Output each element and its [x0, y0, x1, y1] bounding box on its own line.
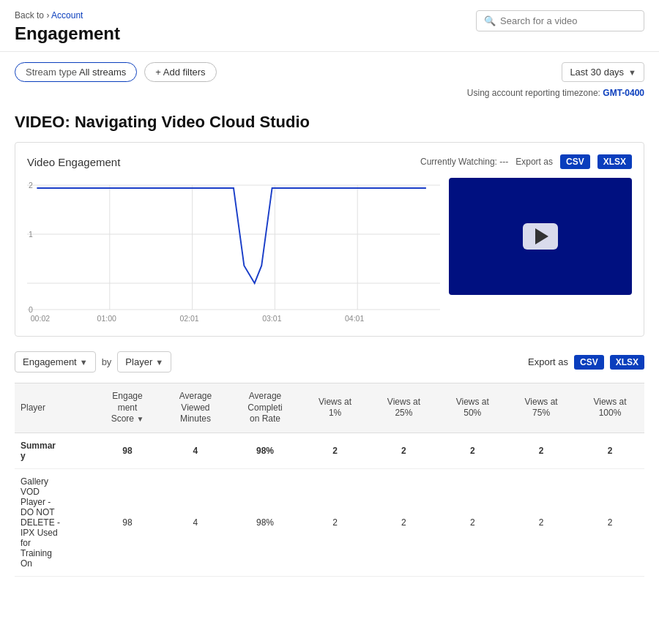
video-prefix: VIDEO: [15, 113, 70, 131]
data-table: Player EngagementScore ▼ AverageViewedMi… [15, 383, 644, 577]
col-views-75: Views at75% [507, 383, 576, 433]
col-player: Player [15, 383, 93, 433]
svg-text:00:02: 00:02 [31, 314, 50, 323]
page-header: Back to › Account Engagement 🔍 [0, 0, 659, 52]
currently-watching-value: --- [499, 157, 508, 167]
card-title: Video Engagement [27, 156, 120, 168]
engagement-chart: 2 1 0 00:02 01:00 02:01 03:01 04:01 [27, 178, 440, 324]
by-label: by [102, 356, 112, 367]
row-views-25: 2 [369, 468, 438, 576]
svg-text:02:01: 02:01 [179, 314, 198, 323]
summary-player: Summary [15, 433, 93, 468]
row-views-75: 2 [507, 468, 576, 576]
summary-views-75: 2 [507, 433, 576, 468]
video-title: VIDEO: Navigating Video Cloud Studio [15, 113, 644, 132]
breadcrumb-account-link[interactable]: Account [51, 10, 83, 20]
svg-text:2: 2 [29, 181, 33, 190]
stream-type-value: All streams [79, 67, 126, 78]
stream-type-filter[interactable]: Stream type All streams [15, 62, 137, 82]
row-views-1: 2 [301, 468, 370, 576]
currently-watching-label: Currently Watching: --- [420, 157, 508, 167]
sort-icon[interactable]: ▼ [136, 414, 144, 424]
chevron-down-icon-2: ▼ [155, 358, 163, 367]
col-views-100: Views at100% [576, 383, 644, 433]
page-title: Engagement [15, 23, 120, 44]
summary-avg-completion: 98% [229, 433, 300, 468]
summary-row: Summary 98 4 98% 2 2 2 2 2 [15, 433, 644, 468]
chart-container: 2 1 0 00:02 01:00 02:01 03:01 04:01 [27, 178, 632, 324]
svg-text:01:00: 01:00 [97, 314, 116, 323]
col-avg-viewed: AverageViewedMinutes [162, 383, 230, 433]
back-to-label: Back to [15, 10, 44, 20]
search-input[interactable] [500, 15, 632, 26]
svg-text:0: 0 [29, 305, 33, 314]
dimension-dropdown[interactable]: Engagement ▼ [15, 351, 96, 372]
row-player: GalleryVODPlayer -DO NOTDELETE -IPX Used… [15, 468, 93, 576]
svg-text:1: 1 [29, 230, 33, 239]
play-button[interactable] [523, 223, 558, 250]
breadcrumb-separator: › [46, 10, 49, 20]
export-xlsx-button[interactable]: XLSX [597, 154, 632, 169]
chart-area: 2 1 0 00:02 01:00 02:01 03:01 04:01 [27, 178, 440, 324]
col-views-50: Views at50% [438, 383, 507, 433]
date-range-select[interactable]: Last 30 days ▼ [562, 62, 644, 82]
row-avg-viewed: 4 [162, 468, 230, 576]
header-left: Back to › Account Engagement [15, 10, 120, 44]
group-label: Player [125, 356, 152, 367]
filters-row: Stream type All streams + Add filters La… [0, 52, 659, 88]
search-icon: 🔍 [484, 15, 496, 26]
summary-engagement-score: 98 [93, 433, 161, 468]
table-section: Engagement ▼ by Player ▼ Export as CSV X… [15, 348, 644, 577]
svg-text:04:01: 04:01 [345, 314, 364, 323]
row-views-100: 2 [576, 468, 644, 576]
dimension-label: Engagement [23, 356, 77, 367]
timezone-label: Using account reporting timezone: [467, 88, 600, 98]
table-controls-left: Engagement ▼ by Player ▼ [15, 351, 171, 372]
table-controls: Engagement ▼ by Player ▼ Export as CSV X… [15, 348, 644, 375]
row-views-50: 2 [438, 468, 507, 576]
summary-avg-viewed: 4 [162, 433, 230, 468]
timezone-link[interactable]: GMT-0400 [603, 88, 644, 98]
table-header-row: Player EngagementScore ▼ AverageViewedMi… [15, 383, 644, 433]
add-filter-label: + Add filters [155, 67, 205, 78]
export-csv-button[interactable]: CSV [560, 154, 590, 169]
date-range-value: Last 30 days [570, 67, 624, 78]
export-label: Export as [515, 157, 553, 167]
engagement-card: Video Engagement Currently Watching: ---… [15, 142, 644, 337]
summary-views-100: 2 [576, 433, 644, 468]
search-box[interactable]: 🔍 [476, 10, 644, 31]
group-dropdown[interactable]: Player ▼ [117, 351, 171, 372]
col-views-1: Views at1% [301, 383, 370, 433]
breadcrumb: Back to › Account [15, 10, 120, 20]
table-export-csv-button[interactable]: CSV [574, 355, 604, 370]
timezone-row: Using account reporting timezone: GMT-04… [0, 88, 659, 105]
card-header: Video Engagement Currently Watching: ---… [27, 154, 632, 169]
video-thumbnail[interactable] [449, 178, 632, 295]
table-row: GalleryVODPlayer -DO NOTDELETE -IPX Used… [15, 468, 644, 576]
stream-type-label: Stream type [26, 67, 77, 78]
col-engagement-score: EngagementScore ▼ [93, 383, 161, 433]
row-engagement-score: 98 [93, 468, 161, 576]
col-views-25: Views at25% [369, 383, 438, 433]
chevron-down-icon: ▼ [628, 68, 636, 77]
table-export-label: Export as [528, 356, 568, 367]
card-header-right: Currently Watching: --- Export as CSV XL… [420, 154, 632, 169]
add-filters-button[interactable]: + Add filters [144, 62, 216, 82]
summary-views-50: 2 [438, 433, 507, 468]
col-avg-completion: AverageCompletion Rate [229, 383, 300, 433]
play-icon [535, 228, 548, 244]
svg-text:03:01: 03:01 [262, 314, 281, 323]
chevron-down-icon: ▼ [80, 358, 88, 367]
row-avg-completion: 98% [229, 468, 300, 576]
video-title-row: VIDEO: Navigating Video Cloud Studio [0, 105, 659, 142]
table-export: Export as CSV XLSX [528, 355, 644, 370]
summary-views-25: 2 [369, 433, 438, 468]
summary-views-1: 2 [301, 433, 370, 468]
table-export-xlsx-button[interactable]: XLSX [610, 355, 644, 370]
video-name: Navigating Video Cloud Studio [75, 113, 310, 131]
filters-left: Stream type All streams + Add filters [15, 62, 217, 82]
